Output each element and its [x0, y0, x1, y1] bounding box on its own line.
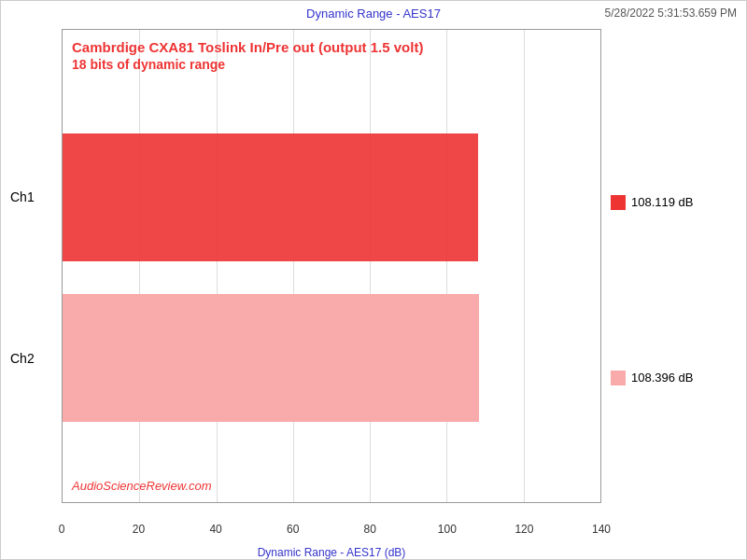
legend-swatch-ch2 — [611, 371, 626, 385]
legend-swatch-ch1 — [611, 195, 626, 210]
x-tick-40: 40 — [209, 523, 221, 536]
legend-area: 108.119 dB 108.396 dB — [606, 29, 741, 503]
annotation-subtitle: 18 bits of dynamic range — [72, 57, 423, 72]
legend-ch1: 108.119 dB — [611, 195, 694, 210]
asr-watermark: AudioScienceReview.com — [72, 479, 212, 493]
x-tick-0: 0 — [59, 523, 65, 536]
x-tick-100: 100 — [438, 523, 457, 536]
plot-area: Cambrdige CXA81 Toslink In/Pre out (outp… — [62, 29, 601, 503]
grid-line-100 — [446, 30, 447, 502]
chart-timestamp: 5/28/2022 5:31:53.659 PM — [605, 7, 737, 20]
chart-annotation: Cambrdige CXA81 Toslink In/Pre out (outp… — [72, 39, 423, 72]
grid-line-20 — [139, 30, 140, 502]
legend-value-ch2: 108.396 dB — [631, 371, 694, 385]
x-axis-label: Dynamic Range - AES17 (dB) — [62, 546, 601, 559]
legend-ch2: 108.396 dB — [611, 371, 694, 385]
grid-line-80 — [370, 30, 371, 502]
x-tick-60: 60 — [287, 523, 299, 536]
x-tick-20: 20 — [133, 523, 145, 536]
x-tick-140: 140 — [592, 523, 611, 536]
grid-line-40 — [217, 30, 218, 502]
ch1-label: Ch1 — [10, 189, 35, 204]
legend-value-ch1: 108.119 dB — [631, 195, 694, 209]
ch2-label: Ch2 — [10, 351, 35, 366]
x-tick-80: 80 — [364, 523, 376, 536]
chart-container: Dynamic Range - AES17 5/28/2022 5:31:53.… — [0, 0, 747, 560]
bar-ch2 — [63, 294, 479, 422]
x-ticks-row: 0 20 40 60 80 100 120 140 — [62, 522, 601, 540]
grid-line-120 — [524, 30, 525, 502]
annotation-title: Cambrdige CXA81 Toslink In/Pre out (outp… — [72, 39, 423, 55]
grid-line-60 — [293, 30, 294, 502]
bar-ch1 — [63, 133, 478, 261]
x-tick-120: 120 — [514, 523, 533, 536]
